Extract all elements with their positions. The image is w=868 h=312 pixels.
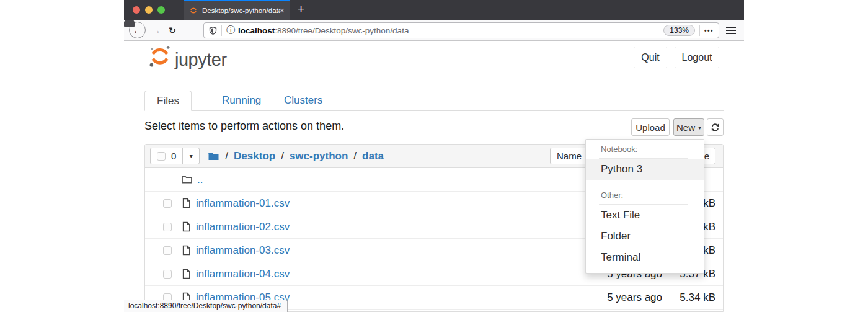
zoom-level-badge[interactable]: 133%: [663, 25, 695, 36]
url-bar[interactable]: ⓘ localhost:8890/tree/Desktop/swc-python…: [203, 22, 719, 38]
refresh-button[interactable]: [707, 118, 724, 136]
logout-button[interactable]: Logout: [675, 47, 719, 68]
chevron-down-icon: ▾: [190, 153, 193, 159]
file-icon: [182, 221, 191, 232]
jupyter-logo-text: jupyter: [175, 50, 227, 69]
new-tab-icon[interactable]: +: [298, 2, 304, 16]
url-text[interactable]: localhost:8890/tree/Desktop/swc-python/d…: [238, 26, 409, 35]
parent-dir-link[interactable]: ..: [197, 174, 203, 186]
tab-close-icon[interactable]: ×: [280, 6, 285, 15]
spacer: [236, 25, 237, 36]
chevron-down-icon: ▾: [698, 124, 701, 131]
menu-item-text-file[interactable]: Text File: [586, 205, 704, 226]
tab-running[interactable]: Running: [222, 91, 261, 110]
folder-outline-icon: [182, 175, 192, 184]
close-window-button[interactable]: [133, 6, 140, 14]
url-host: localhost: [238, 26, 275, 35]
site-info-icon[interactable]: ⓘ: [226, 25, 235, 36]
url-divider: [221, 25, 222, 36]
breadcrumb-separator: /: [281, 150, 284, 163]
home-icon[interactable]: [124, 20, 135, 27]
menu-icon[interactable]: [726, 27, 736, 34]
tab-files[interactable]: Files: [144, 91, 192, 111]
row-checkbox[interactable]: [163, 223, 172, 231]
select-all-checkbox[interactable]: [157, 152, 166, 161]
menu-item-folder[interactable]: Folder: [586, 226, 704, 247]
row-size: 5.34 kB: [662, 292, 723, 304]
menu-item-python3[interactable]: Python 3: [586, 159, 704, 180]
file-link[interactable]: inflammation-01.csv: [196, 197, 290, 210]
browser-tab-bar: Desktop/swc-python/data/ × +: [124, 0, 744, 20]
tab-clusters[interactable]: Clusters: [284, 91, 322, 110]
breadcrumb-data[interactable]: data: [362, 150, 384, 163]
menu-divider: [587, 185, 703, 185]
breadcrumb-separator: /: [353, 150, 356, 163]
window-controls[interactable]: [133, 6, 165, 14]
folder-icon[interactable]: [208, 151, 219, 161]
select-all-group: 0 ▾: [150, 148, 200, 164]
select-items-hint: Select items to perform actions on them.: [144, 120, 344, 133]
file-icon: [182, 198, 191, 208]
page-actions-icon[interactable]: •••: [704, 27, 714, 34]
minimize-window-button[interactable]: [145, 6, 153, 14]
row-checkbox[interactable]: [163, 270, 172, 279]
row-modified: 5 years ago: [582, 292, 662, 304]
other-section-header: Other:: [599, 189, 688, 205]
quit-button[interactable]: Quit: [634, 47, 667, 68]
jupyter-logo[interactable]: jupyter: [148, 44, 227, 69]
file-icon: [182, 269, 191, 279]
browser-toolbar: ← → ↻ ⓘ localhost:8890/tree/Desktop/swc-…: [124, 20, 744, 41]
forward-icon[interactable]: →: [150, 20, 162, 40]
shield-icon[interactable]: [209, 26, 217, 35]
file-icon: [182, 245, 191, 256]
status-link-tooltip: localhost:8890/tree/Desktop/swc-python/d…: [124, 300, 288, 312]
select-all-button[interactable]: 0: [150, 148, 183, 164]
breadcrumb: / Desktop / swc-python / data: [208, 150, 384, 163]
file-link[interactable]: inflammation-02.csv: [196, 221, 290, 233]
menu-item-terminal[interactable]: Terminal: [586, 247, 704, 268]
breadcrumb-swc-python[interactable]: swc-python: [290, 150, 348, 163]
refresh-icon: [711, 123, 720, 132]
new-button[interactable]: New ▾: [673, 118, 704, 136]
header-divider: [124, 73, 744, 73]
file-link[interactable]: inflammation-04.csv: [196, 268, 290, 280]
new-dropdown-menu: Notebook: Python 3 Other: Text File Fold…: [585, 139, 704, 274]
row-checkbox[interactable]: [163, 246, 172, 255]
selected-count: 0: [171, 151, 176, 161]
file-link[interactable]: inflammation-03.csv: [196, 244, 290, 257]
menu-spacer: [586, 180, 704, 185]
browser-window: Desktop/swc-python/data/ × + ← → ↻ ⓘ loc…: [124, 0, 744, 312]
select-dropdown-button[interactable]: ▾: [182, 148, 200, 164]
browser-tab-title: Desktop/swc-python/data/: [202, 7, 280, 14]
notebook-list-tabs: Files Running Clusters: [144, 91, 724, 111]
jupyter-logo-icon: [148, 44, 172, 69]
notebook-section-header: Notebook:: [599, 143, 688, 159]
fullscreen-window-button[interactable]: [157, 6, 165, 14]
jupyter-favicon: [189, 6, 198, 15]
browser-tab-active[interactable]: Desktop/swc-python/data/ ×: [184, 0, 290, 20]
url-divider: [699, 25, 700, 36]
new-button-label: New: [676, 122, 695, 133]
url-path: :8890/tree/Desktop/swc-python/data: [275, 26, 409, 35]
reload-icon[interactable]: ↻: [166, 20, 179, 40]
upload-button[interactable]: Upload: [631, 118, 670, 136]
row-checkbox[interactable]: [163, 199, 172, 208]
sort-name-label: Name: [557, 151, 582, 161]
breadcrumb-desktop[interactable]: Desktop: [234, 150, 275, 163]
breadcrumb-separator: /: [225, 150, 228, 163]
